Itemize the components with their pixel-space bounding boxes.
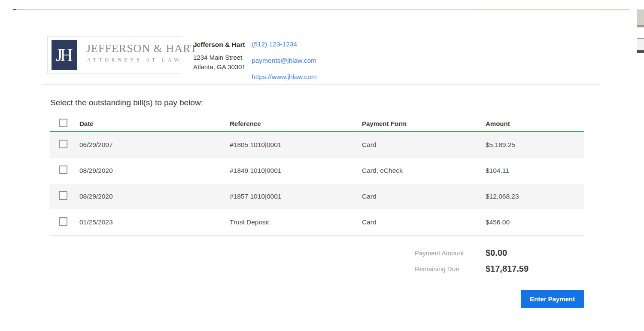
firm-name-logo-text: JEFFERSON & HART — [86, 42, 197, 55]
bill-reference: #1857 1010|0001 — [230, 193, 362, 200]
bill-date: 08/29/2020 — [79, 167, 230, 175]
scrollbar-fragment-bottom — [637, 38, 644, 53]
window-top-border — [13, 9, 630, 10]
bill-reference: #1805 1010|0001 — [230, 141, 362, 149]
row-checkbox-cell — [50, 140, 79, 150]
scrollbar-track-fragment — [637, 39, 644, 50]
remaining-due-row: Remaining Due $17,817.59 — [415, 263, 529, 275]
bill-date: 08/29/2020 — [79, 193, 230, 200]
remaining-due-label: Remaining Due — [415, 265, 486, 273]
bill-reference: Trust Deposit — [230, 218, 362, 226]
scrollbar-fragment-top — [637, 9, 644, 28]
row-checkbox[interactable] — [59, 217, 67, 226]
scrollbar-thumb-fragment — [637, 50, 644, 53]
email-link[interactable]: payments@jhlaw.com — [252, 57, 316, 64]
column-header-reference: Reference — [230, 120, 362, 127]
remaining-due-value: $17,817.59 — [486, 264, 529, 274]
firm-tagline: ATTORNEYS AT LAW — [87, 57, 182, 63]
bill-reference: #1849 1010|0001 — [230, 167, 362, 175]
bill-date: 06/29/2007 — [79, 141, 230, 149]
bill-amount: $456.00 — [486, 218, 584, 226]
page-heading: Select the outstanding bill(s) to pay be… — [50, 98, 203, 107]
bill-amount: $104.11 — [486, 167, 584, 175]
contact-address-line1: 1234 Main Street — [193, 54, 242, 61]
bill-payment-form: Card — [362, 218, 486, 226]
header-divider — [42, 84, 601, 85]
row-checkbox-cell — [50, 166, 79, 176]
payment-amount-row: Payment Amount $0.00 — [415, 247, 529, 259]
firm-logo: JH JEFFERSON & HART ATTORNEYS AT LAW — [47, 36, 181, 74]
table-row: 01/25/2023 Trust Deposit Card $456.00 — [50, 209, 584, 235]
row-checkbox-cell — [50, 191, 79, 202]
phone-link[interactable]: (512) 123-1234 — [252, 40, 297, 48]
payment-amount-label: Payment Amount — [415, 249, 486, 257]
bill-amount: $12,068.23 — [486, 193, 584, 200]
payment-summary: Payment Amount $0.00 Remaining Due $17,8… — [415, 247, 529, 279]
row-checkbox[interactable] — [59, 191, 67, 200]
payment-amount-value: $0.00 — [486, 248, 507, 258]
bill-date: 01/25/2023 — [79, 218, 230, 226]
website-link[interactable]: https://www.jhlaw.com — [252, 73, 317, 81]
column-header-payment-form: Payment Form — [362, 120, 486, 127]
outstanding-bills-table: Date Reference Payment Form Amount 06/29… — [50, 116, 584, 236]
enter-payment-button[interactable]: Enter Payment — [521, 290, 584, 308]
scrollbar-thumb-fragment — [637, 9, 644, 25]
bill-payment-form: Card, eCheck — [362, 167, 486, 175]
row-checkbox[interactable] — [59, 166, 67, 174]
column-header-date: Date — [79, 120, 230, 127]
select-all-cell — [50, 119, 79, 129]
column-header-amount: Amount — [486, 120, 584, 127]
window-top-border-tip — [13, 9, 16, 10]
bill-amount: $5,189.25 — [486, 141, 584, 149]
firm-monogram: JH — [52, 40, 77, 70]
row-checkbox-cell — [50, 217, 79, 227]
select-all-checkbox[interactable] — [59, 119, 67, 127]
row-checkbox[interactable] — [59, 140, 67, 148]
table-row: 08/29/2020 #1857 1010|0001 Card $12,068.… — [50, 184, 584, 209]
bill-payment-form: Card — [362, 193, 486, 200]
scrollbar-track-fragment — [637, 27, 644, 28]
contact-firm-name: Jefferson & Hart — [193, 41, 245, 49]
bill-payment-form: Card — [362, 141, 486, 149]
contact-address-line2: Atlanta, GA 30301 — [193, 63, 246, 70]
table-header-row: Date Reference Payment Form Amount — [50, 116, 584, 132]
table-row: 06/29/2007 #1805 1010|0001 Card $5,189.2… — [50, 132, 584, 158]
table-row: 08/29/2020 #1849 1010|0001 Card, eCheck … — [50, 158, 584, 184]
